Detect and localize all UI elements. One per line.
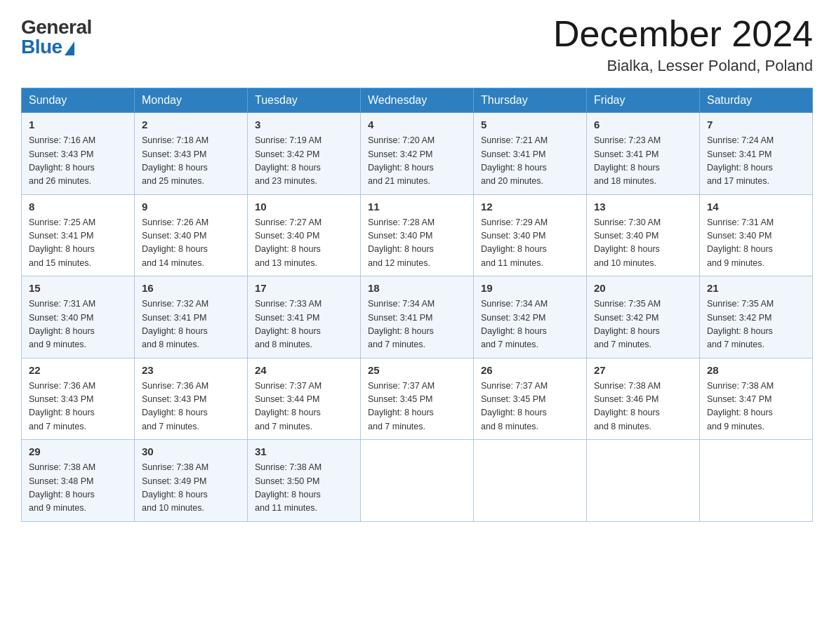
table-row: 20Sunrise: 7:35 AMSunset: 3:42 PMDayligh…: [587, 276, 700, 358]
table-row: 31Sunrise: 7:38 AMSunset: 3:50 PMDayligh…: [248, 440, 361, 522]
table-row: 14Sunrise: 7:31 AMSunset: 3:40 PMDayligh…: [700, 194, 813, 276]
col-sunday: Sunday: [22, 88, 135, 113]
day-info: Sunrise: 7:37 AMSunset: 3:45 PMDaylight:…: [481, 380, 579, 434]
day-info: Sunrise: 7:34 AMSunset: 3:42 PMDaylight:…: [481, 297, 579, 352]
day-info: Sunrise: 7:30 AMSunset: 3:40 PMDaylight:…: [594, 216, 692, 271]
day-info: Sunrise: 7:38 AMSunset: 3:50 PMDaylight:…: [255, 461, 353, 516]
day-number: 15: [29, 282, 127, 294]
logo-text: General Blue: [21, 18, 92, 57]
calendar-week-row: 8Sunrise: 7:25 AMSunset: 3:41 PMDaylight…: [22, 194, 813, 276]
month-title: December 2024: [553, 14, 813, 54]
day-number: 23: [142, 364, 240, 376]
day-info: Sunrise: 7:37 AMSunset: 3:44 PMDaylight:…: [255, 380, 353, 434]
day-info: Sunrise: 7:19 AMSunset: 3:42 PMDaylight:…: [255, 134, 353, 189]
day-number: 1: [29, 119, 127, 130]
day-info: Sunrise: 7:26 AMSunset: 3:40 PMDaylight:…: [142, 216, 240, 271]
day-number: 18: [368, 282, 466, 294]
table-row: 7Sunrise: 7:24 AMSunset: 3:41 PMDaylight…: [700, 113, 813, 195]
calendar-week-row: 22Sunrise: 7:36 AMSunset: 3:43 PMDayligh…: [22, 358, 813, 440]
table-row: 16Sunrise: 7:32 AMSunset: 3:41 PMDayligh…: [135, 276, 248, 358]
col-wednesday: Wednesday: [361, 88, 474, 113]
day-number: 10: [255, 201, 353, 213]
table-row: [587, 440, 700, 522]
day-number: 8: [29, 201, 127, 213]
day-info: Sunrise: 7:16 AMSunset: 3:43 PMDaylight:…: [29, 134, 127, 189]
table-row: 28Sunrise: 7:38 AMSunset: 3:47 PMDayligh…: [700, 358, 813, 440]
col-tuesday: Tuesday: [248, 88, 361, 113]
title-block: December 2024 Bialka, Lesser Poland, Pol…: [553, 14, 813, 75]
day-number: 25: [368, 364, 466, 376]
day-number: 14: [707, 201, 805, 213]
table-row: 9Sunrise: 7:26 AMSunset: 3:40 PMDaylight…: [135, 194, 248, 276]
day-info: Sunrise: 7:21 AMSunset: 3:41 PMDaylight:…: [481, 134, 579, 189]
day-number: 7: [707, 119, 805, 130]
day-info: Sunrise: 7:20 AMSunset: 3:42 PMDaylight:…: [368, 134, 466, 189]
table-row: 8Sunrise: 7:25 AMSunset: 3:41 PMDaylight…: [22, 194, 135, 276]
day-number: 13: [594, 201, 692, 213]
day-number: 26: [481, 364, 579, 376]
table-row: [474, 440, 587, 522]
table-row: 27Sunrise: 7:38 AMSunset: 3:46 PMDayligh…: [587, 358, 700, 440]
day-number: 2: [142, 119, 240, 130]
logo-general-text: General: [21, 18, 92, 37]
calendar-table: Sunday Monday Tuesday Wednesday Thursday…: [21, 88, 813, 522]
day-number: 12: [481, 201, 579, 213]
day-info: Sunrise: 7:34 AMSunset: 3:41 PMDaylight:…: [368, 297, 466, 352]
table-row: 22Sunrise: 7:36 AMSunset: 3:43 PMDayligh…: [22, 358, 135, 440]
table-row: 11Sunrise: 7:28 AMSunset: 3:40 PMDayligh…: [361, 194, 474, 276]
table-row: 12Sunrise: 7:29 AMSunset: 3:40 PMDayligh…: [474, 194, 587, 276]
day-info: Sunrise: 7:23 AMSunset: 3:41 PMDaylight:…: [594, 134, 692, 189]
day-info: Sunrise: 7:37 AMSunset: 3:45 PMDaylight:…: [368, 380, 466, 434]
day-number: 5: [481, 119, 579, 130]
day-info: Sunrise: 7:36 AMSunset: 3:43 PMDaylight:…: [29, 380, 127, 434]
table-row: 15Sunrise: 7:31 AMSunset: 3:40 PMDayligh…: [22, 276, 135, 358]
day-info: Sunrise: 7:31 AMSunset: 3:40 PMDaylight:…: [29, 297, 127, 352]
calendar-header-row: Sunday Monday Tuesday Wednesday Thursday…: [22, 88, 813, 113]
col-thursday: Thursday: [474, 88, 587, 113]
table-row: 29Sunrise: 7:38 AMSunset: 3:48 PMDayligh…: [22, 440, 135, 522]
table-row: 13Sunrise: 7:30 AMSunset: 3:40 PMDayligh…: [587, 194, 700, 276]
day-info: Sunrise: 7:24 AMSunset: 3:41 PMDaylight:…: [707, 134, 805, 189]
logo: General Blue: [21, 18, 92, 57]
table-row: 26Sunrise: 7:37 AMSunset: 3:45 PMDayligh…: [474, 358, 587, 440]
table-row: 30Sunrise: 7:38 AMSunset: 3:49 PMDayligh…: [135, 440, 248, 522]
page-header: General Blue December 2024 Bialka, Lesse…: [21, 14, 813, 75]
day-info: Sunrise: 7:27 AMSunset: 3:40 PMDaylight:…: [255, 216, 353, 271]
table-row: 23Sunrise: 7:36 AMSunset: 3:43 PMDayligh…: [135, 358, 248, 440]
day-number: 31: [255, 445, 353, 457]
day-number: 24: [255, 364, 353, 376]
day-info: Sunrise: 7:38 AMSunset: 3:47 PMDaylight:…: [707, 380, 805, 434]
day-info: Sunrise: 7:32 AMSunset: 3:41 PMDaylight:…: [142, 297, 240, 352]
location-subtitle: Bialka, Lesser Poland, Poland: [553, 57, 813, 75]
day-number: 29: [29, 445, 127, 457]
day-info: Sunrise: 7:33 AMSunset: 3:41 PMDaylight:…: [255, 297, 353, 352]
table-row: 4Sunrise: 7:20 AMSunset: 3:42 PMDaylight…: [361, 113, 474, 195]
day-number: 11: [368, 201, 466, 213]
day-info: Sunrise: 7:18 AMSunset: 3:43 PMDaylight:…: [142, 134, 240, 189]
calendar-week-row: 29Sunrise: 7:38 AMSunset: 3:48 PMDayligh…: [22, 440, 813, 522]
table-row: 2Sunrise: 7:18 AMSunset: 3:43 PMDaylight…: [135, 113, 248, 195]
day-number: 28: [707, 364, 805, 376]
day-number: 4: [368, 119, 466, 130]
table-row: [700, 440, 813, 522]
table-row: 19Sunrise: 7:34 AMSunset: 3:42 PMDayligh…: [474, 276, 587, 358]
day-info: Sunrise: 7:25 AMSunset: 3:41 PMDaylight:…: [29, 216, 127, 271]
calendar-week-row: 1Sunrise: 7:16 AMSunset: 3:43 PMDaylight…: [22, 113, 813, 195]
logo-blue-text: Blue: [21, 37, 62, 57]
day-number: 21: [707, 282, 805, 294]
table-row: 21Sunrise: 7:35 AMSunset: 3:42 PMDayligh…: [700, 276, 813, 358]
day-info: Sunrise: 7:36 AMSunset: 3:43 PMDaylight:…: [142, 380, 240, 434]
day-info: Sunrise: 7:29 AMSunset: 3:40 PMDaylight:…: [481, 216, 579, 271]
day-number: 9: [142, 201, 240, 213]
table-row: 17Sunrise: 7:33 AMSunset: 3:41 PMDayligh…: [248, 276, 361, 358]
table-row: 5Sunrise: 7:21 AMSunset: 3:41 PMDaylight…: [474, 113, 587, 195]
col-saturday: Saturday: [700, 88, 813, 113]
logo-triangle-icon: [65, 41, 74, 55]
col-friday: Friday: [587, 88, 700, 113]
table-row: 1Sunrise: 7:16 AMSunset: 3:43 PMDaylight…: [22, 113, 135, 195]
day-info: Sunrise: 7:28 AMSunset: 3:40 PMDaylight:…: [368, 216, 466, 271]
day-number: 3: [255, 119, 353, 130]
calendar-week-row: 15Sunrise: 7:31 AMSunset: 3:40 PMDayligh…: [22, 276, 813, 358]
table-row: 3Sunrise: 7:19 AMSunset: 3:42 PMDaylight…: [248, 113, 361, 195]
day-number: 20: [594, 282, 692, 294]
